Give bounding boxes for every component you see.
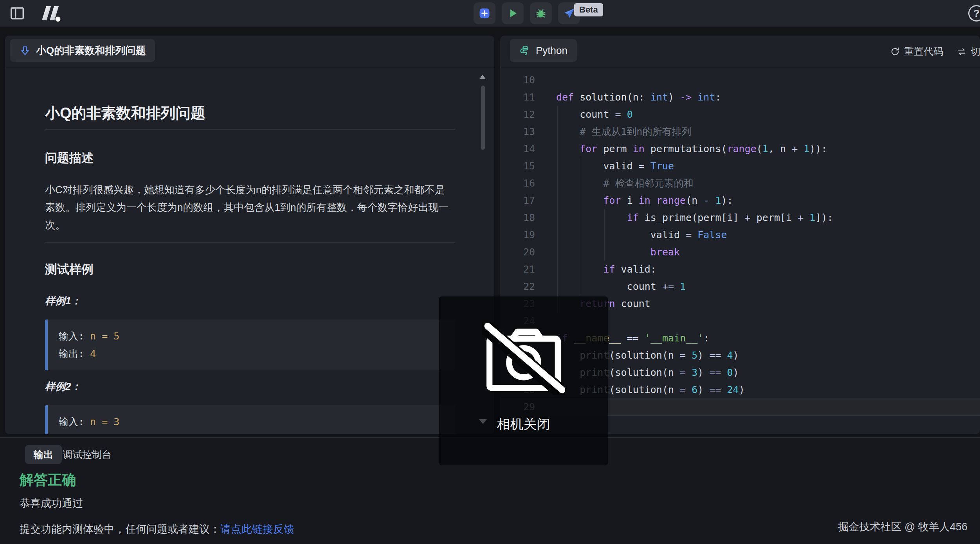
result-status: 解答正确 <box>20 470 76 490</box>
scrollbar-thumb[interactable] <box>481 86 485 150</box>
code-line[interactable]: 12 count = 0 <box>500 106 980 123</box>
sample2-label: 样例2： <box>45 380 455 393</box>
description-text: 小C对排列很感兴趣，她想知道有多少个长度为n的排列满足任意两个相邻元素之和都不是… <box>45 181 454 234</box>
problem-panel-header: 小Q的非素数和排列问题 <box>5 36 494 67</box>
attribution-text: 掘金技术社区 @ 牧羊人456 <box>838 520 967 534</box>
run-button[interactable] <box>502 2 524 24</box>
code-line[interactable]: 18 if is_prime(perm[i] + perm[i + 1]): <box>500 209 980 226</box>
problem-content: 小Q的非素数和排列问题 问题描述 小C对排列很感兴趣，她想知道有多少个长度为n的… <box>5 103 494 434</box>
line-number: 18 <box>500 209 535 226</box>
tab-debug-console-label: 调试控制台 <box>63 448 112 461</box>
sample1-label: 样例1： <box>45 294 455 308</box>
tab-output-label: 输出 <box>34 448 53 461</box>
app-logo[interactable] <box>39 4 66 22</box>
language-tab-label: Python <box>536 45 567 57</box>
line-number: 10 <box>500 72 535 89</box>
code-line[interactable]: 15 valid = True <box>500 158 980 175</box>
language-tab[interactable]: Python <box>510 39 577 62</box>
code-line[interactable]: 21 if valid: <box>500 261 980 278</box>
reset-refresh-icon <box>890 47 900 57</box>
code-line[interactable]: 13 # 生成从1到n的所有排列 <box>500 123 980 140</box>
line-number: 20 <box>500 244 535 261</box>
samples-heading: 测试样例 <box>45 261 455 278</box>
beta-badge: Beta <box>574 3 603 16</box>
description-heading: 问题描述 <box>45 150 455 166</box>
switch-label: 切换 <box>971 45 980 58</box>
code-line[interactable]: 17 for i in range(n - 1): <box>500 192 980 209</box>
feedback-text: 提交功能内测体验中，任何问题或者建议： <box>20 523 220 535</box>
feedback-link[interactable]: 请点此链接反馈 <box>220 523 294 535</box>
tab-output[interactable]: 输出 <box>25 445 62 464</box>
code-line[interactable]: 20 break <box>500 244 980 261</box>
sidebar-toggle-button[interactable] <box>9 6 25 20</box>
switch-button[interactable]: 切换 <box>957 45 980 58</box>
problem-title: 小Q的非素数和排列问题 <box>45 103 455 130</box>
problem-tab-label: 小Q的非素数和排列问题 <box>36 44 146 57</box>
code-line[interactable]: 19 valid = False <box>500 226 980 244</box>
python-logo-icon <box>519 45 530 56</box>
question-mark-icon: ? <box>973 7 980 20</box>
feedback-line: 提交功能内测体验中，任何问题或者建议：请点此链接反馈 <box>20 522 294 536</box>
debug-button[interactable] <box>530 2 552 24</box>
play-icon <box>507 7 519 19</box>
sample2-input-line: 输入: n = 3 <box>59 413 444 431</box>
code-line[interactable]: 14 for perm in permutations(range(1, n +… <box>500 140 980 158</box>
download-arrow-icon <box>20 45 31 56</box>
sample1-output-line: 输出: 4 <box>59 345 444 363</box>
editor-panel-header: Python 重置代码 切换 <box>500 36 980 67</box>
camera-off-icon <box>482 322 565 395</box>
line-number: 12 <box>500 106 535 123</box>
code-line[interactable]: 10 <box>500 72 980 89</box>
sample2-output-line: 输出: 0 <box>59 431 444 434</box>
scrollbar-up-arrow-icon[interactable] <box>479 75 486 79</box>
line-number: 15 <box>500 158 535 175</box>
tab-debug-console[interactable]: 调试控制台 <box>63 445 112 464</box>
sample2-block: 输入: n = 3 输出: 0 <box>45 405 455 434</box>
bug-icon <box>535 7 547 19</box>
help-button[interactable]: ? <box>968 5 980 22</box>
sample1-input-line: 输入: n = 5 <box>59 327 444 345</box>
section-divider <box>45 242 455 243</box>
line-number: 14 <box>500 140 535 158</box>
code-line[interactable]: 16 # 检查相邻元素的和 <box>500 175 980 192</box>
camera-off-label: 相机关闭 <box>439 415 608 433</box>
line-number: 16 <box>500 175 535 192</box>
code-line[interactable]: 22 count += 1 <box>500 278 980 295</box>
reset-code-button[interactable]: 重置代码 <box>890 45 943 58</box>
top-bar: Beta ? <box>0 0 980 27</box>
add-file-button[interactable] <box>474 2 495 24</box>
paper-plane-icon <box>563 7 575 20</box>
problem-panel: 小Q的非素数和排列问题 小Q的非素数和排列问题 问题描述 小C对排列很感兴趣，她… <box>5 36 494 434</box>
layout-panel-icon <box>10 7 24 20</box>
reset-code-label: 重置代码 <box>904 45 943 58</box>
line-number: 22 <box>500 278 535 295</box>
add-plus-icon <box>479 7 490 19</box>
line-number: 13 <box>500 123 535 140</box>
line-number: 11 <box>500 89 535 106</box>
camera-off-overlay: 相机关闭 <box>439 296 608 465</box>
code-line[interactable]: 11def solution(n: int) -> int: <box>500 89 980 106</box>
line-number: 19 <box>500 226 535 244</box>
swap-arrows-icon <box>957 47 967 57</box>
sample1-block: 输入: n = 5 输出: 4 <box>45 320 455 370</box>
line-number: 21 <box>500 261 535 278</box>
problem-tab[interactable]: 小Q的非素数和排列问题 <box>10 39 155 62</box>
result-subtitle: 恭喜成功通过 <box>20 496 83 510</box>
line-number: 17 <box>500 192 535 209</box>
marscode-logo-icon <box>40 5 65 22</box>
